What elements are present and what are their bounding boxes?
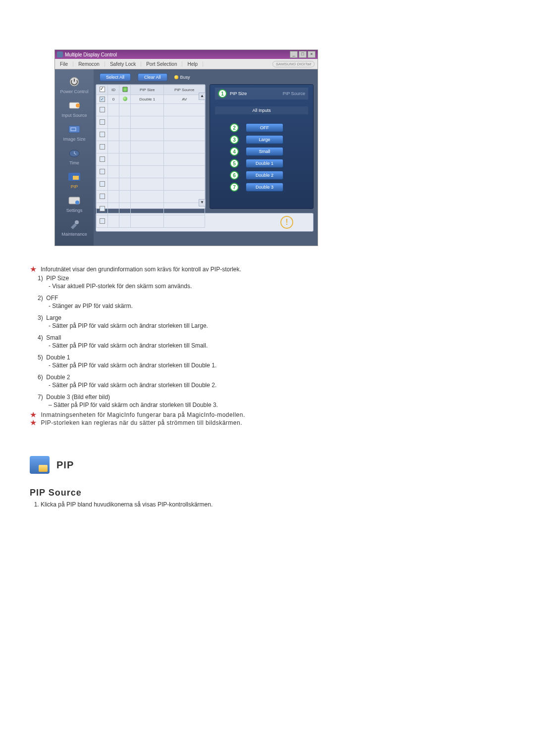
callout-2: 2 [230,123,239,132]
large-button[interactable]: Large [246,135,283,144]
double3-button[interactable]: Double 3 [246,183,283,192]
double2-button[interactable]: Double 2 [246,171,283,180]
sidebar-item-settings[interactable]: Settings [55,192,94,216]
row-checkbox[interactable] [100,144,105,150]
table-row[interactable] [97,203,205,215]
item-desc: - Sätter på PIP för vald skärm och ändra… [49,382,505,389]
table-row[interactable] [97,104,205,116]
col-id: ID [108,85,119,95]
list-num: 2) [38,295,43,302]
options-panel: 1 PIP Size PIP Source All Inputs 2 OFF 3 [210,84,314,209]
sidebar-item-power-control[interactable]: Power Control [55,73,94,97]
tab-pip-source[interactable]: PIP Source [262,88,308,100]
menu-file[interactable]: File [55,61,73,67]
busy-label: Busy [180,75,190,80]
col-pip-size: PIP Size [131,85,164,95]
item-title: OFF [46,295,58,302]
minimize-button[interactable]: _ [290,51,298,58]
close-button[interactable]: × [308,51,316,58]
table-row[interactable] [97,178,205,191]
header-power-indicator [122,87,128,92]
row-checkbox[interactable] [100,206,105,211]
item-desc: – Sätter på PIP för vald skärm och ändra… [49,402,505,408]
menu-safety-lock[interactable]: Safety Lock [105,61,141,67]
row-checkbox[interactable] [100,181,105,187]
select-all-button[interactable]: Select All [100,73,131,81]
busy-indicator: Busy [174,75,190,80]
table-row[interactable] [97,191,205,203]
sidebar-item-image-size[interactable]: Image Size [55,121,94,145]
callout-4: 4 [230,147,239,156]
titlebar: Multiple Display Control _ □ × [55,50,318,59]
intro-text: Inforutnätet visar den grundinformation … [41,266,241,273]
table-row[interactable] [97,153,205,166]
grid-scrollbar[interactable]: ▲ ▼ [199,93,205,206]
star-icon: ★ [30,411,37,418]
tab-pip-size[interactable]: 1 PIP Size [215,88,262,100]
menu-help[interactable]: Help [182,61,203,67]
sidebar-item-maintenance[interactable]: Maintenance [55,216,94,240]
table-row[interactable] [97,116,205,129]
table-row[interactable]: ✓ 0 Double 1 AV [97,95,205,104]
sidebar-item-input-source[interactable]: Input Source [55,97,94,121]
image-size-icon [66,123,83,136]
svg-point-2 [76,103,80,107]
item-desc: - Sätter på PIP för vald skärm och ändra… [49,362,505,369]
menu-remocon[interactable]: Remocon [73,61,105,67]
step-item: Klicka på PIP bland huvudikonerna så vis… [41,501,505,508]
menubar: File Remocon Safety Lock Port Selection … [55,59,318,69]
row-checkbox[interactable] [100,132,105,137]
item-title: Small [46,334,61,341]
row-checkbox[interactable] [100,119,105,125]
table-row[interactable] [97,141,205,153]
scroll-down-button[interactable]: ▼ [199,199,206,206]
input-source-icon [66,99,83,112]
off-button[interactable]: OFF [246,123,283,132]
header-checkbox[interactable] [100,87,105,92]
settings-icon [66,194,83,207]
tab-label: PIP Source [283,91,305,96]
sidebar-item-pip[interactable]: PIP [55,168,94,192]
sidebar-item-time[interactable]: Time [55,145,94,168]
row-checkbox[interactable] [100,107,105,112]
list-num: 1) [38,275,43,282]
clear-all-button[interactable]: Clear All [138,73,167,81]
power-icon [66,75,83,88]
small-button[interactable]: Small [246,147,283,156]
star-icon: ★ [30,266,37,273]
item-title: Double 2 [46,374,70,381]
step-list: Klicka på PIP bland huvudikonerna så vis… [33,501,505,508]
row-pip-size: Double 1 [131,95,164,104]
row-checkbox[interactable] [100,218,105,224]
menu-port-selection[interactable]: Port Selection [141,61,182,67]
list-num: 6) [38,374,43,381]
table-row[interactable] [97,129,205,141]
svg-point-9 [75,201,79,204]
row-checkbox[interactable] [100,194,105,199]
double1-button[interactable]: Double 1 [246,159,283,168]
table-row[interactable] [97,166,205,178]
row-id: 0 [108,95,119,104]
note-1: Inmatningsenheten för MagicInfo fungerar… [41,411,245,418]
maximize-button[interactable]: □ [299,51,307,58]
table-row[interactable] [97,215,205,228]
alert-icon: ! [280,216,293,229]
sidebar-item-label: Time [69,160,79,165]
time-icon [66,147,83,159]
row-checkbox[interactable] [100,169,105,174]
help-text: ★ Inforutnätet visar den grundinformatio… [30,266,505,508]
app-icon [57,51,63,57]
sidebar-item-label: PIP [71,184,78,189]
maintenance-icon [66,218,83,231]
app-window: Multiple Display Control _ □ × File Remo… [54,50,318,246]
item-title: PIP Size [46,275,69,282]
scroll-up-button[interactable]: ▲ [199,93,206,100]
row-checkbox[interactable] [100,156,105,162]
svg-point-10 [75,220,79,224]
power-on-indicator [123,97,127,101]
info-grid[interactable]: ID PIP Size PIP Source ✓ 0 Double 1 AV [96,85,205,228]
all-inputs-label: All Inputs [215,106,308,114]
row-checkbox[interactable]: ✓ [100,97,105,102]
list-num: 3) [38,314,43,321]
callout-1: 1 [218,89,227,98]
